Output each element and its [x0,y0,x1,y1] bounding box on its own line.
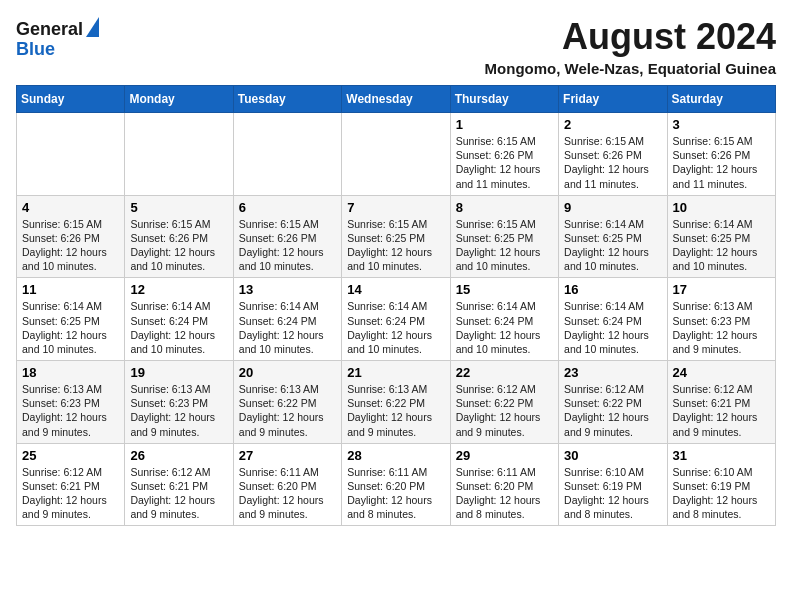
day-info: Sunrise: 6:15 AM Sunset: 6:26 PM Dayligh… [456,134,553,191]
day-number: 2 [564,117,661,132]
week-row-5: 25Sunrise: 6:12 AM Sunset: 6:21 PM Dayli… [17,443,776,526]
day-number: 21 [347,365,444,380]
day-info: Sunrise: 6:14 AM Sunset: 6:24 PM Dayligh… [347,299,444,356]
calendar-cell: 27Sunrise: 6:11 AM Sunset: 6:20 PM Dayli… [233,443,341,526]
day-info: Sunrise: 6:12 AM Sunset: 6:21 PM Dayligh… [130,465,227,522]
weekday-header-wednesday: Wednesday [342,86,450,113]
day-number: 16 [564,282,661,297]
day-info: Sunrise: 6:15 AM Sunset: 6:25 PM Dayligh… [456,217,553,274]
logo-blue: Blue [16,40,99,60]
logo-general: General [16,20,83,40]
day-info: Sunrise: 6:11 AM Sunset: 6:20 PM Dayligh… [239,465,336,522]
day-number: 30 [564,448,661,463]
day-info: Sunrise: 6:15 AM Sunset: 6:26 PM Dayligh… [673,134,770,191]
day-number: 25 [22,448,119,463]
calendar-cell: 26Sunrise: 6:12 AM Sunset: 6:21 PM Dayli… [125,443,233,526]
day-info: Sunrise: 6:13 AM Sunset: 6:23 PM Dayligh… [22,382,119,439]
calendar-cell: 14Sunrise: 6:14 AM Sunset: 6:24 PM Dayli… [342,278,450,361]
week-row-2: 4Sunrise: 6:15 AM Sunset: 6:26 PM Daylig… [17,195,776,278]
day-number: 28 [347,448,444,463]
calendar-cell: 7Sunrise: 6:15 AM Sunset: 6:25 PM Daylig… [342,195,450,278]
day-info: Sunrise: 6:14 AM Sunset: 6:24 PM Dayligh… [239,299,336,356]
day-info: Sunrise: 6:15 AM Sunset: 6:26 PM Dayligh… [130,217,227,274]
day-info: Sunrise: 6:12 AM Sunset: 6:22 PM Dayligh… [564,382,661,439]
day-info: Sunrise: 6:12 AM Sunset: 6:21 PM Dayligh… [673,382,770,439]
calendar-cell [125,113,233,196]
day-info: Sunrise: 6:15 AM Sunset: 6:25 PM Dayligh… [347,217,444,274]
weekday-header-tuesday: Tuesday [233,86,341,113]
day-number: 3 [673,117,770,132]
day-number: 20 [239,365,336,380]
day-number: 26 [130,448,227,463]
day-info: Sunrise: 6:15 AM Sunset: 6:26 PM Dayligh… [22,217,119,274]
calendar-cell: 30Sunrise: 6:10 AM Sunset: 6:19 PM Dayli… [559,443,667,526]
calendar-cell [233,113,341,196]
calendar-cell: 11Sunrise: 6:14 AM Sunset: 6:25 PM Dayli… [17,278,125,361]
calendar-cell: 8Sunrise: 6:15 AM Sunset: 6:25 PM Daylig… [450,195,558,278]
calendar-cell: 10Sunrise: 6:14 AM Sunset: 6:25 PM Dayli… [667,195,775,278]
day-number: 23 [564,365,661,380]
logo-triangle-icon [86,17,99,37]
weekday-header-friday: Friday [559,86,667,113]
day-info: Sunrise: 6:10 AM Sunset: 6:19 PM Dayligh… [564,465,661,522]
day-number: 29 [456,448,553,463]
day-info: Sunrise: 6:10 AM Sunset: 6:19 PM Dayligh… [673,465,770,522]
calendar-cell: 4Sunrise: 6:15 AM Sunset: 6:26 PM Daylig… [17,195,125,278]
calendar-cell: 25Sunrise: 6:12 AM Sunset: 6:21 PM Dayli… [17,443,125,526]
day-number: 14 [347,282,444,297]
day-number: 19 [130,365,227,380]
day-info: Sunrise: 6:14 AM Sunset: 6:24 PM Dayligh… [564,299,661,356]
logo: General Blue [16,20,99,60]
day-number: 22 [456,365,553,380]
calendar-cell: 17Sunrise: 6:13 AM Sunset: 6:23 PM Dayli… [667,278,775,361]
month-title: August 2024 [485,16,776,58]
day-number: 7 [347,200,444,215]
day-number: 4 [22,200,119,215]
day-number: 9 [564,200,661,215]
calendar-cell: 15Sunrise: 6:14 AM Sunset: 6:24 PM Dayli… [450,278,558,361]
calendar-cell: 3Sunrise: 6:15 AM Sunset: 6:26 PM Daylig… [667,113,775,196]
calendar-cell: 31Sunrise: 6:10 AM Sunset: 6:19 PM Dayli… [667,443,775,526]
day-number: 15 [456,282,553,297]
day-info: Sunrise: 6:13 AM Sunset: 6:22 PM Dayligh… [347,382,444,439]
weekday-header-row: SundayMondayTuesdayWednesdayThursdayFrid… [17,86,776,113]
location-title: Mongomo, Wele-Nzas, Equatorial Guinea [485,60,776,77]
calendar-cell: 21Sunrise: 6:13 AM Sunset: 6:22 PM Dayli… [342,361,450,444]
week-row-4: 18Sunrise: 6:13 AM Sunset: 6:23 PM Dayli… [17,361,776,444]
day-number: 27 [239,448,336,463]
day-info: Sunrise: 6:11 AM Sunset: 6:20 PM Dayligh… [456,465,553,522]
day-number: 31 [673,448,770,463]
calendar-cell [342,113,450,196]
day-info: Sunrise: 6:14 AM Sunset: 6:24 PM Dayligh… [456,299,553,356]
calendar-cell: 29Sunrise: 6:11 AM Sunset: 6:20 PM Dayli… [450,443,558,526]
day-info: Sunrise: 6:13 AM Sunset: 6:22 PM Dayligh… [239,382,336,439]
day-info: Sunrise: 6:14 AM Sunset: 6:25 PM Dayligh… [673,217,770,274]
day-number: 10 [673,200,770,215]
day-number: 12 [130,282,227,297]
day-info: Sunrise: 6:14 AM Sunset: 6:25 PM Dayligh… [564,217,661,274]
calendar-cell: 19Sunrise: 6:13 AM Sunset: 6:23 PM Dayli… [125,361,233,444]
calendar-cell: 18Sunrise: 6:13 AM Sunset: 6:23 PM Dayli… [17,361,125,444]
day-number: 6 [239,200,336,215]
day-number: 1 [456,117,553,132]
weekday-header-thursday: Thursday [450,86,558,113]
calendar-table: SundayMondayTuesdayWednesdayThursdayFrid… [16,85,776,526]
calendar-cell: 16Sunrise: 6:14 AM Sunset: 6:24 PM Dayli… [559,278,667,361]
day-info: Sunrise: 6:11 AM Sunset: 6:20 PM Dayligh… [347,465,444,522]
day-number: 8 [456,200,553,215]
day-info: Sunrise: 6:12 AM Sunset: 6:22 PM Dayligh… [456,382,553,439]
calendar-cell: 12Sunrise: 6:14 AM Sunset: 6:24 PM Dayli… [125,278,233,361]
day-info: Sunrise: 6:14 AM Sunset: 6:24 PM Dayligh… [130,299,227,356]
day-info: Sunrise: 6:15 AM Sunset: 6:26 PM Dayligh… [239,217,336,274]
calendar-cell: 28Sunrise: 6:11 AM Sunset: 6:20 PM Dayli… [342,443,450,526]
day-number: 13 [239,282,336,297]
weekday-header-monday: Monday [125,86,233,113]
day-info: Sunrise: 6:13 AM Sunset: 6:23 PM Dayligh… [673,299,770,356]
day-info: Sunrise: 6:13 AM Sunset: 6:23 PM Dayligh… [130,382,227,439]
day-number: 18 [22,365,119,380]
week-row-3: 11Sunrise: 6:14 AM Sunset: 6:25 PM Dayli… [17,278,776,361]
day-info: Sunrise: 6:15 AM Sunset: 6:26 PM Dayligh… [564,134,661,191]
calendar-cell: 1Sunrise: 6:15 AM Sunset: 6:26 PM Daylig… [450,113,558,196]
calendar-cell: 6Sunrise: 6:15 AM Sunset: 6:26 PM Daylig… [233,195,341,278]
calendar-cell: 5Sunrise: 6:15 AM Sunset: 6:26 PM Daylig… [125,195,233,278]
